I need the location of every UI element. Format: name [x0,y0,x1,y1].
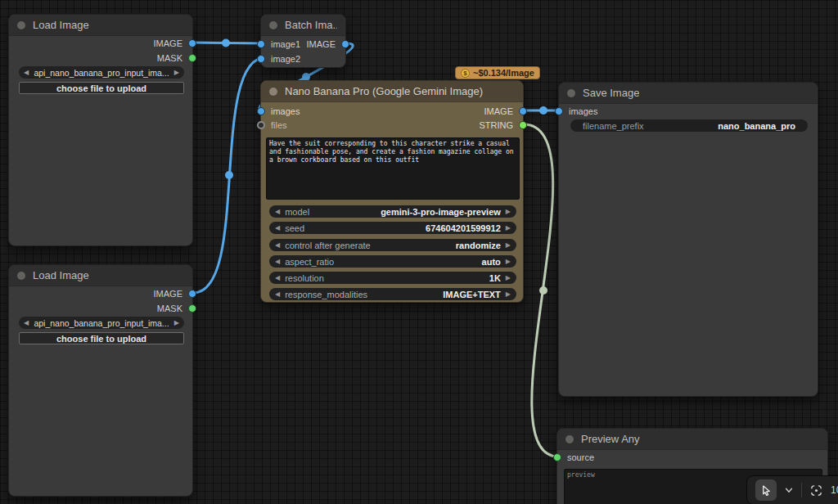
widget-label: control after generate [285,241,371,250]
widget-left-arrow-icon[interactable]: ◀ [275,224,280,232]
node-save-image[interactable]: Save Image images filename_prefix nano_b… [558,82,818,397]
choose-file-button[interactable]: choose file to upload [19,332,184,344]
wire-midpoint-dot[interactable] [539,286,547,295]
images-input-port[interactable] [555,107,563,115]
seed-widget[interactable]: ◀ seed 674604201599912 ▶ [269,222,516,234]
node-header[interactable]: Nano Banana Pro (Google Gemini Image) [261,81,523,102]
output-label-image: IMAGE [307,39,336,49]
widget-label: resolution [285,273,324,283]
widget-value: nano_banana_pro [644,121,795,131]
pointer-tool-button[interactable] [755,479,777,501]
chevron-down-icon[interactable] [784,485,794,495]
node-header[interactable]: Save Image [559,83,818,104]
input-label-image2: image2 [271,54,300,64]
widget-value: auto [334,257,501,267]
node-header[interactable]: Load Image [9,265,192,286]
combo-right-arrow-icon[interactable]: ▶ [174,319,179,326]
collapse-dot-icon[interactable] [567,89,575,97]
toolbar-divider [801,483,802,497]
widget-right-arrow-icon[interactable]: ▶ [506,290,511,298]
filename-prefix-widget[interactable]: filename_prefix nano_banana_pro [570,119,808,132]
wire-midpoint-dot[interactable] [539,106,547,115]
collapse-dot-icon[interactable] [17,272,25,280]
input-label-images: images [569,106,597,116]
wire-midpoint-dot[interactable] [222,39,230,47]
collapse-dot-icon[interactable] [269,21,277,29]
files-input-port[interactable] [257,121,265,129]
widget-label: seed [285,223,304,233]
combo-value: api_nano_banana_pro_input_ima... [29,68,174,78]
collapse-dot-icon[interactable] [17,21,25,29]
widget-right-arrow-icon[interactable]: ▶ [506,274,511,281]
prompt-textarea[interactable]: Have the suit corresponding to this char… [266,137,520,200]
pointer-cursor-icon [760,484,773,497]
source-input-port[interactable] [553,453,561,461]
image-output-port[interactable] [188,290,196,298]
collapse-dot-icon[interactable] [269,88,277,96]
widget-left-arrow-icon[interactable]: ◀ [275,208,280,215]
image-output-port[interactable] [188,39,196,47]
node-header[interactable]: Load Image [9,15,192,36]
collapse-dot-icon[interactable] [565,435,574,443]
fit-view-icon[interactable] [809,484,823,497]
choose-file-button[interactable]: choose file to upload [19,82,184,94]
widget-value: 1K [324,273,501,283]
widget-left-arrow-icon[interactable]: ◀ [275,258,280,265]
image-file-combo[interactable]: ◀ api_nano_banana_pro_input_ima... ▶ [19,317,184,329]
image2-input-port[interactable] [257,55,265,63]
aspect-ratio-widget[interactable]: ◀ aspect_ratio auto ▶ [269,255,516,268]
mask-output-port[interactable] [188,304,196,313]
widget-label: model [285,207,309,217]
widget-left-arrow-icon[interactable]: ◀ [275,241,280,249]
output-label-image: IMAGE [154,289,182,299]
output-label-image: IMAGE [484,106,513,116]
image-output-port[interactable] [341,40,349,48]
node-header[interactable]: Preview Any [557,429,827,450]
widget-label: filename_prefix [583,121,644,131]
node-title: Batch Ima... [285,19,337,31]
widget-right-arrow-icon[interactable]: ▶ [506,241,511,249]
price-badge: $ ~$0.134/Image [455,66,540,79]
images-input-port[interactable] [257,107,265,115]
widget-left-arrow-icon[interactable]: ◀ [275,274,280,281]
zoom-level-label[interactable]: 101% [831,484,838,496]
node-graph-canvas[interactable]: Load Image IMAGE MASK ◀ api_nano_banana_… [0,0,838,504]
node-title: Preview Any [581,433,640,445]
widget-value: IMAGE+TEXT [367,290,501,299]
combo-value: api_nano_banana_pro_input_ima... [29,318,174,328]
node-title: Load Image [33,19,89,31]
node-title: Nano Banana Pro (Google Gemini Image) [285,85,483,97]
node-batch-image[interactable]: Batch Ima... image1 image2 IMAGE [260,14,346,68]
output-label-mask: MASK [157,304,182,313]
widget-left-arrow-icon[interactable]: ◀ [275,290,280,298]
widget-right-arrow-icon[interactable]: ▶ [506,208,511,215]
image-output-port[interactable] [519,107,527,115]
input-label-files: files [271,120,287,130]
price-badge-text: ~$0.134/Image [473,68,534,78]
wire-midpoint-dot[interactable] [225,171,233,179]
widget-label: response_modalities [285,290,367,299]
input-label-source: source [567,452,594,462]
image1-input-port[interactable] [257,40,265,48]
node-nano-banana-pro[interactable]: Nano Banana Pro (Google Gemini Image) im… [260,80,524,303]
widget-right-arrow-icon[interactable]: ▶ [506,224,511,232]
input-label-images: images [271,106,300,116]
combo-right-arrow-icon[interactable]: ▶ [174,69,179,76]
output-label-string: STRING [479,120,513,130]
control-after-generate-widget[interactable]: ◀ control after generate randomize ▶ [269,239,516,251]
response-modalities-widget[interactable]: ◀ response_modalities IMAGE+TEXT ▶ [269,288,516,300]
model-widget[interactable]: ◀ model gemini-3-pro-image-preview ▶ [269,205,516,218]
widget-right-arrow-icon[interactable]: ▶ [506,258,511,265]
image-file-combo[interactable]: ◀ api_nano_banana_pro_input_ima... ▶ [19,66,184,79]
widget-value: randomize [371,241,501,250]
node-load-image-2[interactable]: Load Image IMAGE MASK ◀ api_nano_banana_… [8,264,193,497]
node-load-image-1[interactable]: Load Image IMAGE MASK ◀ api_nano_banana_… [8,14,193,246]
mask-output-port[interactable] [188,54,196,62]
output-label-image: IMAGE [154,38,182,48]
node-header[interactable]: Batch Ima... [261,15,345,36]
output-label-mask: MASK [157,53,182,63]
resolution-widget[interactable]: ◀ resolution 1K ▶ [269,272,516,284]
string-output-port[interactable] [519,121,527,129]
node-title: Load Image [33,269,89,281]
widget-value: 674604201599912 [304,223,501,233]
